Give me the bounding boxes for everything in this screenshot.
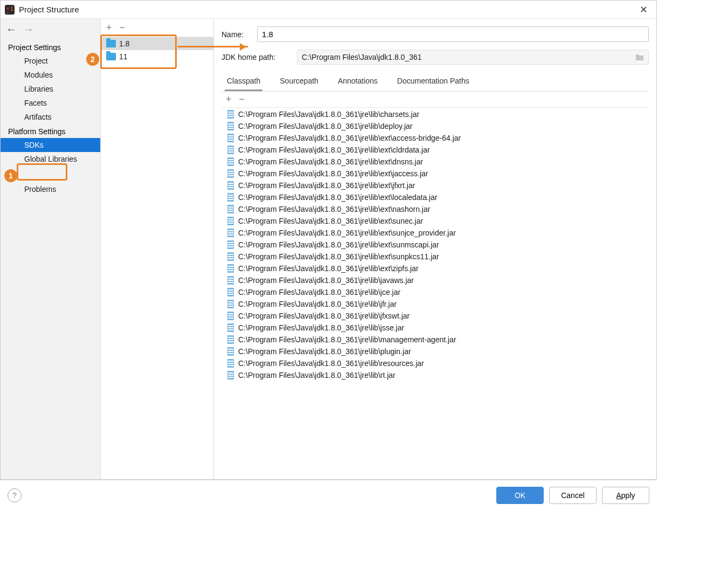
classpath-row[interactable]: C:\Program Files\Java\jdk1.8.0_361\jre\l… [222, 132, 648, 144]
classpath-row[interactable]: C:\Program Files\Java\jdk1.8.0_361\jre\l… [222, 274, 648, 286]
jar-icon [227, 371, 234, 379]
classpath-row[interactable]: C:\Program Files\Java\jdk1.8.0_361\jre\l… [222, 108, 648, 120]
classpath-path: C:\Program Files\Java\jdk1.8.0_361\jre\l… [238, 169, 428, 178]
app-icon [5, 5, 15, 15]
cancel-button[interactable]: Cancel [549, 487, 597, 504]
sidebar-item-modules[interactable]: Modules [1, 68, 100, 82]
annotation-box-2 [100, 34, 177, 69]
classpath-row[interactable]: C:\Program Files\Java\jdk1.8.0_361\jre\l… [222, 251, 648, 263]
classpath-row[interactable]: C:\Program Files\Java\jdk1.8.0_361\jre\l… [222, 369, 648, 381]
jar-icon [227, 134, 234, 142]
tab-documentation-paths[interactable]: Documentation Paths [395, 72, 472, 91]
browse-folder-icon[interactable] [635, 53, 644, 61]
jar-icon [227, 217, 234, 225]
jar-icon [227, 323, 234, 332]
tab-sourcepath[interactable]: Sourcepath [278, 72, 321, 91]
close-icon[interactable]: ✕ [635, 2, 652, 18]
jdk-home-label: JDK home path: [221, 53, 289, 61]
annotation-arrow [178, 46, 248, 47]
jar-icon [227, 359, 234, 368]
jar-icon [227, 110, 234, 119]
classpath-path: C:\Program Files\Java\jdk1.8.0_361\jre\l… [238, 347, 411, 356]
sidebar: ← → Project Settings ProjectModulesLibra… [1, 19, 101, 479]
tab-annotations[interactable]: Annotations [336, 72, 380, 91]
jar-icon [227, 288, 234, 296]
sidebar-item-project[interactable]: Project [1, 54, 100, 68]
classpath-row[interactable]: C:\Program Files\Java\jdk1.8.0_361\jre\l… [222, 263, 648, 274]
apply-button[interactable]: Apply [602, 487, 649, 504]
name-label: Name: [221, 30, 249, 39]
classpath-path: C:\Program Files\Java\jdk1.8.0_361\jre\l… [238, 288, 400, 296]
remove-classpath-icon[interactable]: − [239, 94, 245, 105]
classpath-path: C:\Program Files\Java\jdk1.8.0_361\jre\l… [238, 252, 439, 261]
classpath-path: C:\Program Files\Java\jdk1.8.0_361\jre\l… [238, 300, 397, 308]
classpath-path: C:\Program Files\Java\jdk1.8.0_361\jre\l… [238, 157, 423, 166]
jar-icon [227, 157, 234, 166]
ok-button[interactable]: OK [496, 487, 544, 504]
jar-icon [227, 252, 234, 261]
classpath-path: C:\Program Files\Java\jdk1.8.0_361\jre\l… [238, 205, 430, 213]
classpath-row[interactable]: C:\Program Files\Java\jdk1.8.0_361\jre\l… [222, 346, 648, 357]
classpath-row[interactable]: C:\Program Files\Java\jdk1.8.0_361\jre\l… [222, 156, 648, 168]
jar-icon [227, 300, 234, 308]
name-input[interactable] [257, 26, 649, 42]
classpath-path: C:\Program Files\Java\jdk1.8.0_361\jre\l… [238, 217, 423, 225]
jar-icon [227, 240, 234, 249]
classpath-path: C:\Program Files\Java\jdk1.8.0_361\jre\l… [238, 181, 415, 190]
jar-icon [227, 276, 234, 285]
classpath-row[interactable]: C:\Program Files\Java\jdk1.8.0_361\jre\l… [222, 227, 648, 239]
classpath-path: C:\Program Files\Java\jdk1.8.0_361\jre\l… [238, 312, 410, 320]
annotation-badge-1: 1 [4, 169, 17, 182]
classpath-row[interactable]: C:\Program Files\Java\jdk1.8.0_361\jre\l… [222, 239, 648, 251]
classpath-path: C:\Program Files\Java\jdk1.8.0_361\jre\l… [238, 359, 424, 368]
jdk-home-value: C:\Program Files\Java\jdk1.8.0_361 [302, 53, 422, 61]
jar-icon [227, 205, 234, 213]
jar-icon [227, 193, 234, 202]
classpath-row[interactable]: C:\Program Files\Java\jdk1.8.0_361\jre\l… [222, 215, 648, 227]
titlebar: Project Structure ✕ [1, 1, 656, 19]
classpath-row[interactable]: C:\Program Files\Java\jdk1.8.0_361\jre\l… [222, 168, 648, 180]
classpath-path: C:\Program Files\Java\jdk1.8.0_361\jre\l… [238, 229, 456, 237]
classpath-path: C:\Program Files\Java\jdk1.8.0_361\jre\l… [238, 193, 438, 202]
classpath-row[interactable]: C:\Program Files\Java\jdk1.8.0_361\jre\l… [222, 120, 648, 132]
remove-sdk-icon[interactable]: − [120, 22, 126, 33]
jar-icon [227, 229, 234, 237]
jar-icon [227, 335, 234, 344]
classpath-path: C:\Program Files\Java\jdk1.8.0_361\jre\l… [238, 122, 412, 130]
classpath-row[interactable]: C:\Program Files\Java\jdk1.8.0_361\jre\l… [222, 286, 648, 298]
sdk-details-panel: Name: JDK home path: C:\Program Files\Ja… [214, 19, 656, 479]
help-button[interactable]: ? [8, 488, 22, 502]
add-sdk-icon[interactable]: + [106, 22, 112, 33]
classpath-row[interactable]: C:\Program Files\Java\jdk1.8.0_361\jre\l… [222, 144, 648, 156]
jar-icon [227, 169, 234, 178]
forward-icon[interactable]: → [23, 23, 34, 36]
sidebar-item-facets[interactable]: Facets [1, 96, 100, 110]
classpath-row[interactable]: C:\Program Files\Java\jdk1.8.0_361\jre\l… [222, 322, 648, 334]
classpath-row[interactable]: C:\Program Files\Java\jdk1.8.0_361\jre\l… [222, 191, 648, 203]
annotation-badge-2: 2 [86, 53, 99, 66]
project-structure-dialog: Project Structure ✕ ← → Project Settings… [0, 0, 657, 480]
classpath-path: C:\Program Files\Java\jdk1.8.0_361\jre\l… [238, 371, 396, 379]
classpath-list: C:\Program Files\Java\jdk1.8.0_361\jre\l… [221, 108, 649, 479]
classpath-path: C:\Program Files\Java\jdk1.8.0_361\jre\l… [238, 323, 404, 332]
classpath-row[interactable]: C:\Program Files\Java\jdk1.8.0_361\jre\l… [222, 334, 648, 346]
back-icon[interactable]: ← [6, 23, 17, 36]
classpath-row[interactable]: C:\Program Files\Java\jdk1.8.0_361\jre\l… [222, 180, 648, 191]
sidebar-item-libraries[interactable]: Libraries [1, 82, 100, 96]
dialog-footer: ? OK Cancel Apply [0, 480, 657, 510]
classpath-row[interactable]: C:\Program Files\Java\jdk1.8.0_361\jre\l… [222, 298, 648, 310]
svg-rect-0 [5, 5, 15, 15]
sidebar-item-problems[interactable]: Problems [1, 182, 100, 196]
sdk-list-panel: + − 1.811 [101, 19, 214, 479]
sdk-tabs: ClasspathSourcepathAnnotationsDocumentat… [221, 72, 649, 92]
jdk-home-path[interactable]: C:\Program Files\Java\jdk1.8.0_361 [297, 50, 649, 65]
classpath-path: C:\Program Files\Java\jdk1.8.0_361\jre\l… [238, 335, 456, 344]
classpath-row[interactable]: C:\Program Files\Java\jdk1.8.0_361\jre\l… [222, 203, 648, 215]
tab-classpath[interactable]: Classpath [225, 72, 262, 91]
sidebar-item-sdks[interactable]: SDKs [1, 138, 100, 152]
classpath-row[interactable]: C:\Program Files\Java\jdk1.8.0_361\jre\l… [222, 310, 648, 322]
classpath-row[interactable]: C:\Program Files\Java\jdk1.8.0_361\jre\l… [222, 357, 648, 369]
sidebar-item-artifacts[interactable]: Artifacts [1, 110, 100, 124]
classpath-path: C:\Program Files\Java\jdk1.8.0_361\jre\l… [238, 276, 414, 285]
add-classpath-icon[interactable]: + [226, 94, 232, 105]
